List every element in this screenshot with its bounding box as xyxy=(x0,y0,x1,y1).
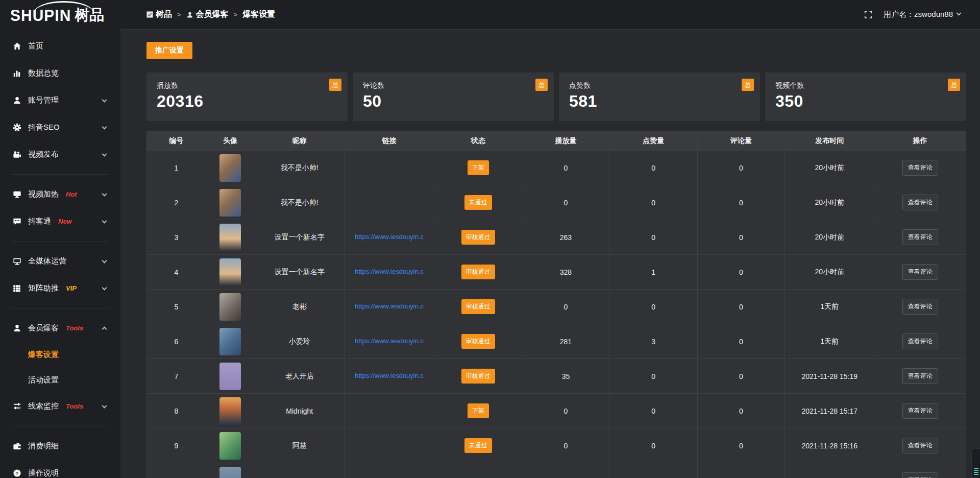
table-row: 8 Midnight 下架 0 0 0 2021-11-28 15:17 查看评… xyxy=(147,394,966,428)
cell-id: 5 xyxy=(147,290,206,324)
cell-id: 1 xyxy=(147,151,206,185)
video-link[interactable]: https://www.iesdouyin.c xyxy=(355,268,424,275)
cell-link: https://www.iesdouyin.c xyxy=(344,290,434,324)
cell-avatar xyxy=(206,185,255,220)
hot-tag: Hot xyxy=(66,190,77,198)
sidebar-item-video-publish[interactable]: 视频发布 xyxy=(0,141,120,168)
avatar xyxy=(219,363,241,390)
monitor-icon xyxy=(12,257,21,266)
view-comments-button[interactable]: 查看评论 xyxy=(902,160,938,176)
cell-link xyxy=(344,463,434,478)
video-link[interactable]: https://www.iesdouyin.c xyxy=(355,302,424,310)
widget-stripe xyxy=(974,468,978,469)
sidebar-subitem-activity-settings[interactable]: 活动设置 xyxy=(0,367,120,393)
video-table: 编号 头像 昵称 链接 状态 播放量 点赞量 评论量 发布时间 操作 1 我不是… xyxy=(146,131,966,478)
view-comments-button[interactable]: 查看评论 xyxy=(902,438,938,453)
cell-nickname: 阿慧 xyxy=(255,428,344,463)
view-comments-button[interactable]: 查看评论 xyxy=(902,264,938,280)
cell-nickname: 小爱玲 xyxy=(255,324,344,359)
cell-avatar xyxy=(206,359,255,394)
col-publish-time: 发布时间 xyxy=(785,131,874,151)
cell-nickname xyxy=(255,463,344,478)
sidebar-item-douyin-seo[interactable]: 抖音SEO xyxy=(0,114,120,141)
cell-plays: 263 xyxy=(522,220,610,255)
stat-value: 50 xyxy=(363,92,554,111)
chat-bubble-icon xyxy=(12,217,21,226)
total-badge: 总 xyxy=(535,79,548,91)
view-comments-button[interactable]: 查看评论 xyxy=(902,229,938,245)
sidebar-item-consumption-details[interactable]: 消费明细 xyxy=(0,433,120,460)
view-comments-button[interactable]: 查看评论 xyxy=(902,333,938,349)
cell-status: 审核通过 xyxy=(434,290,522,324)
view-comments-button[interactable]: 查看评论 xyxy=(902,368,938,384)
sidebar-item-account-mgmt[interactable]: 账号管理 xyxy=(0,87,120,114)
sidebar-item-lead-monitoring[interactable]: 线索监控 Tools xyxy=(0,393,120,420)
cell-likes: 0 xyxy=(609,359,697,394)
help-icon: ? xyxy=(12,469,21,478)
view-comments-button[interactable]: 查看评论 xyxy=(902,299,938,315)
view-comments-button[interactable]: 查看评论 xyxy=(902,403,938,419)
cell-likes: 0 xyxy=(609,290,697,324)
cell-link xyxy=(344,428,434,463)
table-row: 5 老彬 https://www.iesdouyin.c 审核通过 0 0 0 … xyxy=(147,290,966,324)
cell-comments: 0 xyxy=(697,220,785,255)
user-menu[interactable]: 用户名：zswodun88 xyxy=(884,10,961,19)
chevron-down-icon xyxy=(102,191,107,196)
sidebar-item-member-baoke[interactable]: 会员爆客 Tools xyxy=(0,315,120,342)
col-plays: 播放量 xyxy=(522,131,610,151)
video-link[interactable]: https://www.iesdouyin.c xyxy=(355,337,424,345)
sidebar-item-data-overview[interactable]: 数据总览 xyxy=(0,60,120,87)
cell-nickname: 设置一个新名字 xyxy=(255,220,344,255)
view-comments-button[interactable]: 查看评论 xyxy=(902,472,938,478)
cell-plays: 281 xyxy=(522,324,610,359)
sidebar-divider xyxy=(11,426,109,426)
sidebar-subitem-baoke-settings[interactable]: 爆客设置 xyxy=(0,342,120,367)
cell-publish-time: 20小时前 xyxy=(785,220,874,255)
cell-status xyxy=(434,463,522,478)
cell-comments: 0 xyxy=(697,255,785,290)
cell-actions: 查看评论 xyxy=(874,151,966,185)
sidebar-item-matrix-boost[interactable]: 矩阵助推 VIP xyxy=(0,275,120,302)
promotion-settings-button[interactable]: 推广设置 xyxy=(146,42,192,59)
table-row: 查看评论 xyxy=(147,463,966,478)
sidebar-item-instructions[interactable]: ? 操作说明 xyxy=(0,460,120,478)
cell-id: 2 xyxy=(147,185,206,220)
breadcrumb-member-baoke[interactable]: 会员爆客 xyxy=(186,9,229,20)
cell-link: https://www.iesdouyin.c xyxy=(344,324,434,359)
brand-logo[interactable]: SHUPIN 树品 xyxy=(0,3,120,28)
cell-publish-time: 2021-11-28 15:17 xyxy=(785,394,874,428)
video-link[interactable]: https://www.iesdouyin.c xyxy=(355,233,424,241)
screen-icon xyxy=(12,190,21,199)
cell-comments xyxy=(697,463,785,478)
sidebar-divider xyxy=(11,241,109,242)
sidebar-item-douketong[interactable]: 抖客通 New xyxy=(0,208,120,235)
status-badge: 未通过 xyxy=(464,195,492,210)
avatar xyxy=(219,189,241,217)
cell-actions: 查看评论 xyxy=(874,359,966,394)
stat-card-likes: 点赞数 581 总 xyxy=(559,73,760,121)
new-tag: New xyxy=(58,218,72,225)
floating-widget[interactable] xyxy=(971,448,980,478)
sidebar-item-omnimedia[interactable]: 全媒体运营 xyxy=(0,248,120,275)
cell-publish-time: 20小时前 xyxy=(785,255,874,290)
total-badge: 总 xyxy=(742,79,754,91)
sidebar-item-home[interactable]: 首页 xyxy=(0,33,120,60)
fullscreen-icon[interactable] xyxy=(864,11,872,19)
cell-avatar xyxy=(206,324,255,359)
video-link[interactable]: https://www.iesdouyin.c xyxy=(355,372,424,379)
avatar xyxy=(219,432,241,460)
view-comments-button[interactable]: 查看评论 xyxy=(902,195,938,210)
cell-link: https://www.iesdouyin.c xyxy=(344,359,434,394)
cell-id xyxy=(147,463,206,478)
tools-tag: Tools xyxy=(66,402,83,410)
user-icon xyxy=(186,11,193,18)
cell-id: 8 xyxy=(147,394,206,428)
cell-avatar xyxy=(206,290,255,324)
cell-publish-time: 20小时前 xyxy=(785,151,874,185)
sidebar-item-video-heating[interactable]: 视频加热 Hot xyxy=(0,181,120,208)
cell-publish-time: 2021-11-28 15:19 xyxy=(785,359,874,394)
breadcrumb-home[interactable]: 树品 xyxy=(146,9,172,20)
wallet-icon xyxy=(12,442,21,451)
breadcrumb-separator: > xyxy=(234,11,238,18)
cell-status: 下架 xyxy=(434,151,522,185)
